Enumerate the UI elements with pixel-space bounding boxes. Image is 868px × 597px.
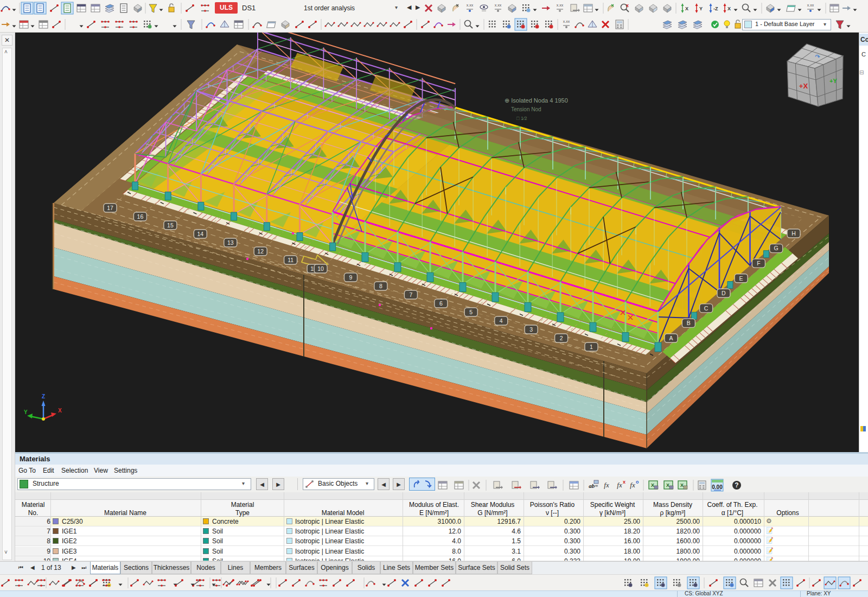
svg-text:X: X [685,6,688,11]
svg-text:o: o [636,479,639,485]
svg-text:Z: Z [42,393,45,399]
svg-text:x.xx: x.xx [495,3,502,7]
svg-text:X: X [680,482,684,488]
svg-text:Y: Y [699,6,703,11]
svg-text:+Y: +Y [829,78,837,84]
svg-text:14: 14 [197,231,203,237]
svg-text:Tension Nod: Tension Nod [511,106,541,112]
svg-text:0.00: 0.00 [712,484,723,490]
svg-text:3: 3 [529,326,533,333]
svg-text:B: B [687,320,691,326]
svg-text:13: 13 [227,239,234,246]
svg-text:E: E [739,275,743,282]
svg-text:X: X [58,408,62,414]
svg-text:A: A [669,335,673,341]
svg-text:x.xx: x.xx [557,3,564,7]
svg-text:C: C [704,305,709,312]
svg-text:Y: Y [24,409,28,415]
svg-text:+X: +X [799,82,808,90]
svg-text:X: X [727,6,731,11]
svg-text:x.xx: x.xx [563,20,570,23]
svg-text:1: 1 [590,344,593,350]
svg-text:15: 15 [167,222,174,228]
svg-text:H: H [792,230,796,237]
svg-text:12: 12 [257,248,264,255]
svg-text:X: X [651,482,654,488]
svg-text:4: 4 [500,317,503,324]
svg-text:D: D [722,290,726,296]
svg-text:5: 5 [469,309,473,315]
svg-text:G: G [774,245,778,251]
svg-text:?: ? [735,481,738,489]
svg-text:10: 10 [317,265,324,272]
svg-text:↷: ↷ [815,53,820,60]
svg-text:9: 9 [349,274,353,281]
svg-text:fx: fx [617,481,622,489]
svg-text:7: 7 [409,291,412,298]
svg-text:fx: fx [604,481,609,489]
svg-text:x: x [626,3,629,8]
svg-text:□ 1⁄2: □ 1⁄2 [516,116,527,121]
svg-text:fx: fx [630,481,635,489]
svg-text:17: 17 [107,205,113,211]
svg-text:-Z: -Z [713,6,718,11]
svg-text:2: 2 [560,335,563,341]
svg-text:F: F [757,260,760,266]
svg-text:⊕ Isolated Noda 4 1950: ⊕ Isolated Noda 4 1950 [505,97,568,104]
svg-text:8: 8 [379,283,382,289]
svg-text:16: 16 [137,213,144,220]
svg-text:x.xx: x.xx [807,3,814,7]
svg-text:X: X [666,482,669,488]
svg-text:6: 6 [439,300,443,307]
svg-text:x.xx: x.xx [467,3,474,7]
svg-text:x: x [623,479,626,485]
svg-text:11: 11 [288,257,293,263]
